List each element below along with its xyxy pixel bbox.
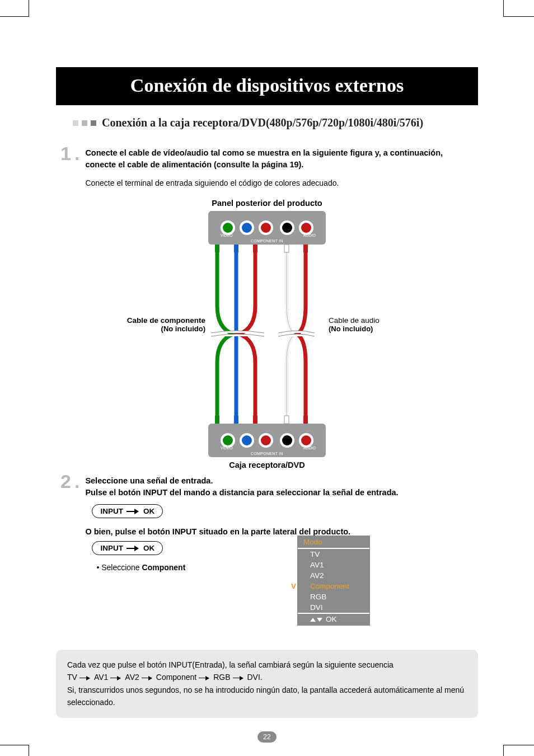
arrow-right-icon xyxy=(142,676,154,680)
page-number: 22 xyxy=(257,731,277,743)
select-component-line: • Seleccione Component xyxy=(85,563,185,572)
input-ok-pill: INPUT OK xyxy=(92,504,163,518)
video-label: VIDEO xyxy=(221,233,233,237)
modo-item: AV2 xyxy=(298,570,369,581)
svg-rect-0 xyxy=(215,245,219,252)
bullet-square-icon xyxy=(82,120,87,126)
svg-rect-6 xyxy=(234,416,238,424)
step-2: 2 . Seleccione una señal de entrada. Pul… xyxy=(56,472,478,642)
step-number: 2 xyxy=(60,472,71,491)
page-title: Conexión de dispositivos externos xyxy=(56,67,478,105)
sequence-item: DVI. xyxy=(247,673,263,682)
cables-illustration xyxy=(208,245,326,424)
audio-l-port xyxy=(280,433,294,448)
arrow-right-icon xyxy=(127,509,140,514)
input-label: INPUT xyxy=(100,544,123,552)
input-ok-pill: INPUT OK xyxy=(92,541,163,555)
step1-note: Conecte el terminal de entrada siguiendo… xyxy=(85,179,474,187)
bullet-square-icon xyxy=(73,120,78,126)
sequence-item: AV2 xyxy=(125,673,139,682)
ok-label: OK xyxy=(143,507,154,515)
audio-cable-label: Cable de audio (No incluido) xyxy=(329,316,427,333)
note-line2: Si, transcurridos unos segundos, no se h… xyxy=(67,684,467,709)
note-line1: Cada vez que pulse el botón INPUT(Entrad… xyxy=(67,659,467,671)
sequence-item: TV xyxy=(67,673,77,682)
svg-rect-5 xyxy=(215,416,219,424)
step2-line1: Seleccione una señal de entrada. xyxy=(85,475,474,487)
component-cable-label: Cable de componente (No incluido) xyxy=(107,316,205,333)
ok-label: OK xyxy=(143,544,154,552)
arrow-right-icon xyxy=(127,546,140,551)
modo-item: TV xyxy=(298,549,369,560)
sequence-item: AV1 xyxy=(94,673,108,682)
arrow-right-icon xyxy=(110,676,123,680)
bullet-square-icon xyxy=(91,120,96,126)
modo-menu: Modo TVAV1AV2ComponentRGBDVI OK xyxy=(297,536,370,626)
sequence-item: Component xyxy=(156,673,196,682)
modo-item: DVI xyxy=(298,602,369,613)
audio-label: AUDIO xyxy=(303,233,316,237)
audio-l-port xyxy=(280,220,294,235)
step1-instruction: Conecte el cable de vídeo/audio tal como… xyxy=(85,147,474,171)
component-pr-port xyxy=(259,220,273,235)
arrow-right-icon xyxy=(233,676,245,680)
connection-diagram: VIDEO AUDIO COMPONENT IN xyxy=(107,211,427,457)
step-dot: . xyxy=(74,472,79,491)
step-1: 1 . Conecte el cable de vídeo/audio tal … xyxy=(56,144,478,193)
svg-rect-8 xyxy=(284,416,289,424)
section-subtitle: Conexión a la caja receptora/DVD(480p/57… xyxy=(102,116,423,129)
component-in-label: COMPONENT IN xyxy=(208,239,326,243)
modo-title: Modo xyxy=(298,536,369,549)
svg-rect-1 xyxy=(234,245,238,252)
component-pb-port xyxy=(240,433,254,448)
modo-footer: OK xyxy=(298,613,369,625)
sequence-item: RGB xyxy=(213,673,230,682)
subtitle-row: Conexión a la caja receptora/DVD(480p/57… xyxy=(56,116,478,129)
info-note-box: Cada vez que pulse el botón INPUT(Entrad… xyxy=(56,650,478,718)
product-rear-panel: VIDEO AUDIO COMPONENT IN xyxy=(208,211,326,245)
component-in-label: COMPONENT IN xyxy=(208,452,326,456)
component-pb-port xyxy=(240,220,254,235)
step2-line2: Pulse el botón INPUT del mando a distanc… xyxy=(85,487,474,499)
arrow-right-icon xyxy=(79,676,92,680)
component-pr-port xyxy=(259,433,273,448)
modo-item: AV1 xyxy=(298,560,369,570)
input-sequence: TVAV1AV2ComponentRGBDVI. xyxy=(67,671,467,683)
bottom-device-label: Caja receptora/DVD xyxy=(56,461,478,469)
svg-rect-9 xyxy=(303,416,308,424)
dvd-device-panel: VIDEO AUDIO COMPONENT IN xyxy=(208,424,326,457)
svg-rect-3 xyxy=(284,245,289,252)
video-label: VIDEO xyxy=(221,446,233,450)
top-panel-label: Panel posterior del producto xyxy=(56,199,478,208)
modo-item: Component xyxy=(298,581,369,591)
triangle-down-icon xyxy=(317,618,322,622)
input-label: INPUT xyxy=(100,507,123,515)
audio-label: AUDIO xyxy=(303,446,316,450)
svg-rect-7 xyxy=(253,416,257,424)
svg-rect-4 xyxy=(303,245,308,252)
step-dot: . xyxy=(74,144,79,163)
arrow-right-icon xyxy=(199,676,211,680)
triangle-up-icon xyxy=(310,618,316,622)
modo-item: RGB xyxy=(298,591,369,602)
step-number: 1 xyxy=(60,144,71,163)
svg-rect-2 xyxy=(253,245,257,252)
